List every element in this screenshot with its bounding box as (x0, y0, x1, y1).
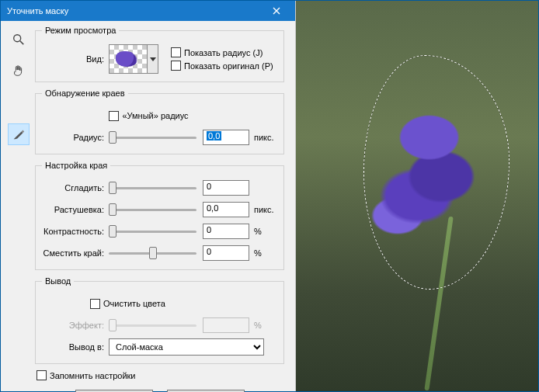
group-adjust-edge: Настройка края Сгладить: 0 Растушевка: 0… (35, 161, 284, 270)
feather-label: Растушевка: (42, 205, 109, 214)
shift-label: Сместить край: (42, 248, 109, 258)
button-row: Отмена OK (35, 385, 284, 392)
svg-point-0 (14, 35, 21, 42)
close-button[interactable] (264, 1, 289, 21)
amount-slider (109, 318, 196, 332)
radius-unit: пикс. (249, 133, 277, 142)
image-preview[interactable] (296, 1, 538, 391)
shift-unit: % (249, 248, 277, 258)
close-icon (273, 7, 280, 15)
refine-brush-tool[interactable] (8, 123, 30, 145)
radius-label: Радиус: (42, 133, 109, 142)
refine-mask-dialog: Уточнить маску Режим (1, 1, 296, 391)
group-edge-detection: Обнаружение краев «Умный» радиус Радиус:… (35, 88, 284, 154)
brush-icon (12, 127, 26, 141)
show-original-checkbox[interactable]: Показать оригинал (P) (171, 61, 273, 71)
chevron-down-icon (150, 57, 156, 61)
output-to-label: Вывод в: (42, 342, 109, 352)
shift-input[interactable]: 0 (203, 245, 249, 261)
smooth-label: Сгладить: (42, 183, 109, 193)
amount-input (203, 317, 249, 333)
checkbox-icon (171, 61, 181, 71)
feather-slider[interactable] (109, 203, 196, 217)
group-output-legend: Вывод (42, 276, 74, 286)
hand-tool[interactable] (8, 60, 30, 82)
hand-icon (12, 64, 26, 78)
view-dropdown[interactable] (148, 44, 158, 74)
decontaminate-label: Очистить цвета (103, 299, 165, 308)
group-view-legend: Режим просмотра (42, 26, 119, 35)
tool-column (5, 26, 32, 392)
checkbox-icon (37, 370, 47, 380)
remember-label: Запомнить настройки (50, 371, 136, 380)
show-radius-checkbox[interactable]: Показать радиус (J) (171, 47, 273, 57)
amount-label: Эффект: (42, 321, 109, 330)
contrast-input[interactable]: 0 (203, 224, 249, 239)
group-output: Вывод Очистить цвета Эффект: % (35, 276, 284, 364)
contrast-unit: % (249, 227, 277, 236)
titlebar: Уточнить маску (1, 1, 295, 21)
feather-input[interactable]: 0,0 (203, 202, 249, 217)
radius-input[interactable]: 0,0 (203, 130, 249, 145)
feather-unit: пикс. (249, 205, 277, 214)
magnifier-icon (12, 33, 26, 47)
contrast-label: Контрастность: (42, 227, 109, 236)
smart-radius-label: «Умный» радиус (122, 111, 188, 120)
amount-unit: % (249, 321, 277, 330)
contrast-slider[interactable] (109, 224, 196, 238)
group-view-mode: Режим просмотра Вид: Показать радиус (J) (35, 26, 284, 82)
checkbox-icon (171, 47, 181, 57)
view-label: Вид: (42, 54, 109, 64)
zoom-tool[interactable] (8, 29, 30, 50)
output-to-select[interactable]: Слой-маска (109, 338, 264, 356)
decontaminate-checkbox[interactable]: Очистить цвета (90, 299, 165, 309)
app-window: Уточнить маску Режим (0, 0, 539, 392)
checkbox-icon (90, 299, 100, 309)
smooth-slider[interactable] (109, 181, 196, 195)
smooth-input[interactable]: 0 (203, 180, 249, 196)
radius-slider[interactable] (109, 130, 196, 144)
show-original-label: Показать оригинал (P) (184, 61, 273, 71)
smart-radius-checkbox[interactable]: «Умный» радиус (109, 111, 188, 121)
checkbox-icon (109, 111, 119, 121)
group-edge-legend: Обнаружение краев (42, 88, 128, 98)
shift-slider[interactable] (109, 246, 196, 260)
window-title: Уточнить маску (7, 6, 264, 16)
group-adjust-legend: Настройка края (42, 161, 110, 170)
remember-settings-checkbox[interactable]: Запомнить настройки (37, 370, 284, 380)
show-radius-label: Показать радиус (J) (184, 48, 263, 57)
view-swatch[interactable] (109, 44, 148, 74)
dialog-content: Режим просмотра Вид: Показать радиус (J) (32, 26, 290, 392)
